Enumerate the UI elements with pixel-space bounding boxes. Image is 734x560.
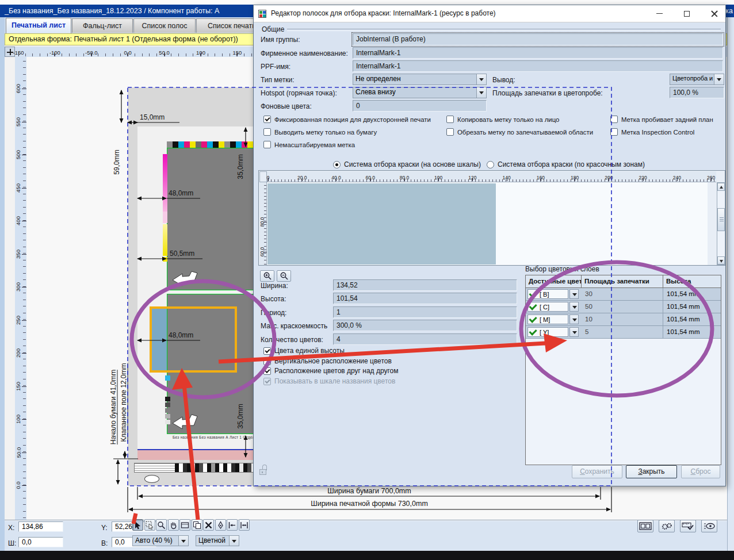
chevron-down-icon[interactable] (569, 327, 579, 337)
dim-sheet1-margin: 35,0mm (236, 154, 244, 179)
zoom-in-button[interactable] (260, 270, 274, 282)
chevron-down-icon[interactable] (569, 302, 579, 312)
preview-scrollbar[interactable] (717, 182, 725, 265)
ruler-tick: 200 (609, 171, 617, 182)
close-button[interactable]: Закрыть (626, 465, 677, 478)
ruler-tick: 180 (575, 171, 583, 182)
checkbox-non-scalable[interactable]: Немасштабируемая метка (263, 141, 355, 148)
radio-scale-based[interactable]: Система отбора краски (на основе шкалы) (333, 160, 481, 168)
checkbox-copy-front-only[interactable]: Копировать метку только на лицо (446, 116, 559, 123)
align-distribute-tool-button[interactable] (239, 519, 250, 531)
checkbox-vertical-colors[interactable]: Вертикальное расположение цветов (263, 357, 392, 365)
checkbox-clip-to-print-area[interactable]: Обрезать метку по запечатываемой области (446, 128, 593, 136)
plate-panel-button[interactable] (637, 520, 653, 532)
selected-ink-mark[interactable] (150, 306, 237, 373)
hotspot-select[interactable]: Слева внизу (353, 87, 487, 98)
ruler-tick: 20.0 (302, 171, 312, 182)
output-select[interactable]: Цветопроба и печатная форм (670, 74, 724, 85)
scroll-thumb[interactable] (717, 208, 725, 231)
color-select-magenta[interactable]: [ M] (527, 314, 568, 324)
radio-ink-zone-based[interactable]: Система отбора краски (по красочным зона… (487, 160, 645, 168)
chevron-down-icon[interactable] (476, 74, 486, 85)
bg-colors-field[interactable]: 0 (353, 100, 487, 112)
canvas-right-scroll-strip[interactable] (727, 17, 734, 551)
minimize-button[interactable] (648, 5, 670, 22)
zoom-level-select[interactable]: Авто (40 %) (132, 535, 189, 546)
table-row-black[interactable]: [ B] 30 101,54 mm (526, 288, 721, 301)
ruler-tick: 150 (237, 47, 246, 57)
chevron-down-icon[interactable] (476, 87, 486, 98)
group-name-field[interactable]: JobInternal (В работе) (353, 33, 723, 45)
checkbox-uniform-height[interactable]: Цвета единой высоты (263, 347, 345, 355)
strip-height-field[interactable]: 101,54 (333, 293, 517, 304)
zoom-tool-button[interactable] (156, 519, 167, 531)
ruler-tick: 40.0 (336, 171, 346, 182)
checkbox-paper-only[interactable]: Выводить метку только на бумагу (263, 128, 377, 136)
checkbox-stacked-colors[interactable]: Расположение цветов друг над другом (263, 367, 399, 375)
chevron-down-icon[interactable] (229, 536, 239, 546)
check-icon (529, 289, 537, 297)
control-strip-patch (247, 463, 251, 472)
period-field[interactable]: 1 (333, 306, 517, 318)
proof-area-field[interactable]: 100,0 % (670, 87, 724, 98)
table-row-cyan[interactable]: [ C] 50 101,54 mm (526, 301, 721, 313)
pan-hand-tool-button[interactable] (168, 519, 179, 531)
dialog-title: Редактор полосок для отбора краски: Inte… (271, 9, 496, 17)
chevron-down-icon[interactable] (178, 536, 188, 546)
checkbox-knockout-background[interactable]: Метка пробивает задний план (610, 116, 713, 123)
dialog-titlebar[interactable]: Редактор полосок для отбора краски: Inte… (254, 5, 725, 22)
copy-pages-tool-button[interactable] (192, 519, 202, 531)
tab-fold-sheet[interactable]: Фальц-лист (72, 18, 133, 33)
chevron-down-icon[interactable] (569, 314, 579, 324)
column-header-area: Площадь запечатки (582, 275, 663, 288)
color-patch (201, 141, 207, 148)
new-mark-rect-tool-button[interactable] (179, 519, 190, 531)
color-select-cyan[interactable]: [ C] (527, 302, 568, 312)
preview-mark-rect[interactable] (267, 183, 496, 264)
checkbox-fixed-position[interactable]: Фиксированная позиция для двухсторонней … (263, 116, 431, 123)
preview-horizontal-ruler: 020.040.060.080.010012014016018020022024… (267, 171, 716, 182)
select-object-tool-button[interactable] (144, 519, 155, 531)
color-patch (236, 141, 242, 148)
table-row-yellow[interactable]: [ Y] 5 101,54 mm (526, 326, 721, 339)
align-left-tool-button[interactable] (227, 519, 238, 531)
settings-gears-button[interactable] (659, 520, 675, 532)
main-window-title: _Без названия_Без названия_18.12.2023 / … (5, 7, 219, 15)
measure-check-button[interactable] (680, 520, 696, 532)
color-select-yellow[interactable]: [ Y] (527, 327, 568, 337)
ink-pen-tool-button[interactable] (215, 519, 226, 531)
ruler-tick: -100 (55, 47, 66, 57)
max-ink-field[interactable]: 300,0 % (333, 320, 517, 331)
tab-print-sheet[interactable]: Печатный лист (6, 18, 71, 33)
strip-width-field[interactable]: 134,52 (333, 279, 517, 291)
color-mode-select[interactable]: Цветной (196, 535, 239, 546)
width-field[interactable]: 0,0 (18, 537, 63, 547)
brand-name-field[interactable]: InternalMark-1 (353, 47, 723, 59)
color-select-black[interactable]: [ B] (527, 289, 568, 299)
ppf-name-field[interactable]: InternalMark-1 (353, 60, 723, 72)
preview-canvas[interactable] (267, 182, 708, 265)
reset-button[interactable]: Сброс (681, 465, 720, 478)
column-header-height: Высота (663, 275, 721, 288)
group-name-label: Имя группы: (261, 36, 300, 44)
scroll-up-icon[interactable] (717, 183, 725, 191)
zoom-out-button[interactable] (277, 270, 291, 282)
close-icon[interactable] (704, 5, 725, 22)
tab-strip-list[interactable]: Список полос (133, 18, 196, 33)
maximize-button[interactable] (676, 5, 698, 22)
select-arrow-tool-button[interactable] (132, 519, 143, 531)
scroll-down-icon[interactable] (717, 256, 725, 264)
x-coordinate-field[interactable]: 134,86 (18, 521, 63, 532)
table-row-magenta[interactable]: [ M] 10 101,54 mm (526, 313, 721, 326)
delete-cross-tool-button[interactable] (203, 519, 214, 531)
control-strip-patch (227, 463, 231, 472)
checkbox-inspection-control[interactable]: Метка Inspection Control (610, 128, 694, 136)
chevron-down-icon[interactable] (569, 289, 579, 299)
magenta-gradient-strip (163, 154, 167, 212)
mark-type-select[interactable]: Не определен (353, 74, 487, 85)
chevron-down-icon[interactable] (714, 74, 724, 85)
preview-eye-button[interactable] (701, 520, 717, 532)
control-strip-patch (207, 463, 211, 472)
num-colors-field[interactable]: 4 (333, 333, 517, 345)
save-button[interactable]: Сохранить (572, 465, 622, 478)
